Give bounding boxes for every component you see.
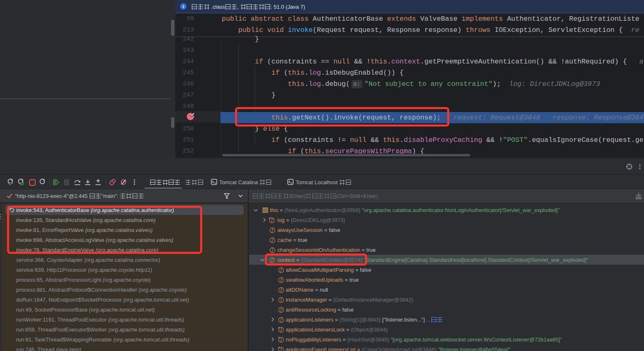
svg-text:f: f [281, 347, 283, 351]
svg-text:f: f [272, 248, 274, 252]
svg-text:f: f [281, 268, 283, 272]
svg-text:f: f [272, 218, 274, 222]
svg-text:f: f [281, 317, 283, 322]
svg-text:f: f [281, 307, 283, 312]
svg-text:f: f [281, 278, 283, 282]
svg-text:f: f [281, 297, 283, 302]
svg-text:f: f [272, 238, 274, 242]
svg-text:f: f [281, 288, 283, 292]
svg-text:f: f [281, 327, 283, 332]
svg-text:f: f [281, 337, 283, 342]
svg-text:f: f [272, 228, 274, 232]
